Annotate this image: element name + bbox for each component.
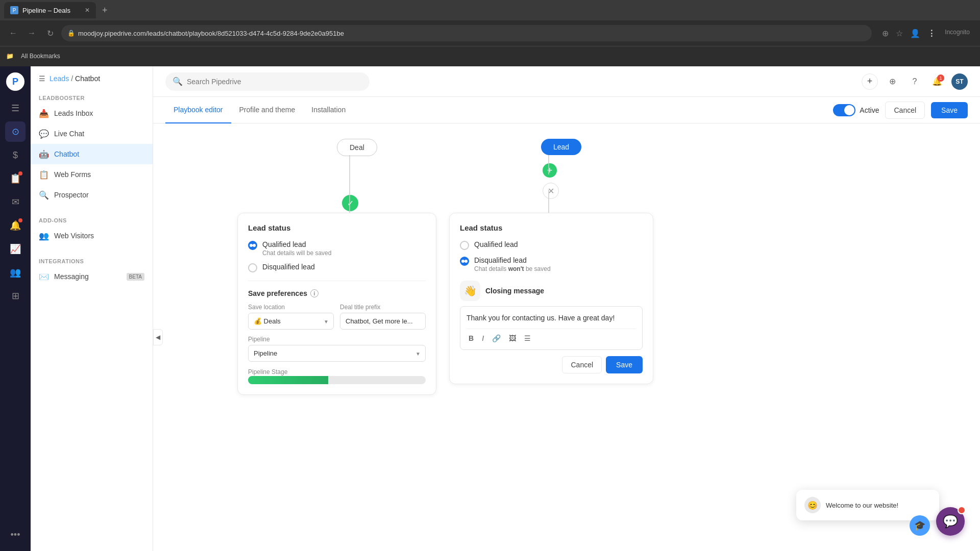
deal-node[interactable]: Deal: [337, 139, 377, 156]
qualified-radio-button[interactable]: [248, 241, 257, 250]
sidebar-item-messaging[interactable]: ✉️ Messaging BETA: [31, 266, 153, 287]
icon-sidebar: P ☰ ⊙ $ 📋 ✉ 🔔 📈 👥 ⊞ •••: [0, 66, 31, 551]
image-button[interactable]: 🖼: [507, 333, 518, 343]
sidebar-icon-home[interactable]: ⊙: [5, 121, 26, 142]
sidebar-item-live-chat[interactable]: 💬 Live Chat: [31, 123, 153, 144]
save-location-select[interactable]: 💰 Deals: [248, 313, 334, 330]
header-actions: + ⊕ ? 🔔 1 ST: [862, 73, 968, 90]
right-qualified-label: Qualified lead: [474, 240, 518, 248]
link-button[interactable]: 🔗: [490, 333, 503, 343]
lead-node[interactable]: Lead: [541, 139, 581, 155]
deal-node-box[interactable]: Deal: [337, 139, 377, 156]
nav-header: ☰ Leads / Chatbot: [31, 66, 153, 87]
sidebar-icon-notifications[interactable]: 🔔: [5, 215, 26, 236]
list-button[interactable]: ☰: [522, 333, 533, 343]
notifications-dot: [18, 218, 22, 222]
playbook-canvas[interactable]: ◀ Deal Lead + ✕ ✓: [153, 123, 980, 551]
notification-badge: 1: [937, 74, 944, 82]
address-bar[interactable]: 🔒 moodjoy.pipedrive.com/leads/chatbot/pl…: [61, 25, 872, 41]
sidebar-icon-contacts[interactable]: 👥: [5, 262, 26, 283]
extensions-header-button[interactable]: ⊕: [884, 73, 900, 90]
leadbooster-section-title: LEADBOOSTER: [31, 91, 153, 103]
notification-button[interactable]: 🔔 1: [929, 73, 945, 90]
add-button[interactable]: +: [862, 73, 878, 90]
lead-remove-button[interactable]: ✕: [543, 183, 559, 199]
active-toggle-label: Active: [860, 106, 879, 114]
tab-profile-theme[interactable]: Profile and theme: [231, 97, 304, 123]
back-button[interactable]: ←: [6, 26, 20, 40]
all-bookmarks-link[interactable]: All Bookmarks: [18, 51, 63, 62]
search-input[interactable]: [187, 78, 362, 86]
save-location-select-wrapper[interactable]: 💰 Deals: [248, 313, 334, 330]
leads-inbox-icon: 📥: [39, 108, 49, 118]
new-tab-button[interactable]: +: [98, 3, 112, 18]
chat-widget-button[interactable]: 💬: [936, 507, 965, 536]
profile-icon[interactable]: 👤: [908, 27, 922, 40]
sidebar-icon-more[interactable]: •••: [5, 524, 26, 545]
search-container[interactable]: 🔍: [165, 72, 370, 91]
sidebar-item-web-forms[interactable]: 📋 Web Forms: [31, 164, 153, 185]
sidebar-icon-grid[interactable]: ⊞: [5, 286, 26, 306]
sidebar-item-prospector[interactable]: 🔍 Prospector: [31, 185, 153, 205]
tab-installation[interactable]: Installation: [303, 97, 354, 123]
sidebar-item-chatbot[interactable]: 🤖 Chatbot: [31, 144, 153, 164]
bold-button[interactable]: B: [467, 333, 476, 343]
addons-section: ADD-ONS 👥 Web Visitors: [31, 209, 153, 250]
pipeline-stage-label: Pipeline Stage: [248, 368, 287, 375]
close-tab-button[interactable]: ✕: [85, 7, 90, 14]
tab-playbook-editor[interactable]: Playbook editor: [165, 97, 231, 123]
breadcrumb-leads-link[interactable]: Leads: [50, 74, 69, 83]
sidebar-item-leads-inbox[interactable]: 📥 Leads Inbox: [31, 103, 153, 123]
closing-save-button[interactable]: Save: [606, 356, 643, 373]
qualified-lead-option[interactable]: Qualified lead Chat details will be save…: [248, 240, 426, 257]
save-button[interactable]: Save: [931, 102, 968, 118]
active-tab[interactable]: P Pipeline – Deals ✕: [4, 2, 96, 18]
cancel-button[interactable]: Cancel: [885, 102, 925, 119]
sidebar-icon-deals[interactable]: $: [5, 145, 26, 165]
active-toggle[interactable]: [833, 104, 855, 116]
user-avatar[interactable]: ST: [951, 73, 968, 90]
left-status-card: Lead status Qualified lead Chat details …: [237, 213, 436, 395]
lead-node-box[interactable]: Lead: [541, 139, 581, 155]
tab-favicon: P: [10, 6, 18, 14]
bookmark-icon[interactable]: ☆: [894, 27, 905, 40]
menu-icon[interactable]: ⋮: [925, 27, 938, 40]
deal-title-input[interactable]: [340, 313, 426, 330]
disqualified-radio-button[interactable]: [248, 263, 257, 272]
right-qualified-option[interactable]: Qualified lead: [460, 240, 643, 250]
right-qualified-radio[interactable]: [460, 241, 469, 250]
leadbooster-section: LEADBOOSTER 📥 Leads Inbox 💬 Live Chat 🤖 …: [31, 87, 153, 209]
forward-button[interactable]: →: [24, 26, 39, 40]
right-disqualified-radio[interactable]: [460, 257, 469, 266]
sidebar-icon-insights[interactable]: 📈: [5, 239, 26, 259]
tabs-actions: Active Cancel Save: [833, 102, 968, 119]
collapse-panel-button[interactable]: ◀: [153, 329, 163, 345]
sidebar-icon-activities[interactable]: 📋: [5, 168, 26, 189]
chatbot-label: Chatbot: [54, 150, 79, 158]
sidebar-item-web-visitors[interactable]: 👥 Web Visitors: [31, 226, 153, 246]
help-button[interactable]: ?: [906, 73, 923, 90]
sidebar-icon-email[interactable]: ✉: [5, 192, 26, 212]
closing-message-card: 👋 Closing message Thank you for contacti…: [460, 281, 643, 373]
pipeline-select[interactable]: Pipeline: [248, 345, 426, 362]
right-disqualified-option[interactable]: Disqualified lead Chat details won't be …: [460, 256, 643, 272]
save-prefs-info-icon[interactable]: i: [310, 289, 318, 297]
incognito-label: Incognito: [941, 27, 974, 40]
app-logo[interactable]: P: [6, 72, 24, 91]
chat-widget-badge: [958, 506, 966, 514]
italic-button[interactable]: I: [480, 333, 486, 343]
disqualified-lead-label: Disqualified lead: [262, 263, 315, 271]
closing-cancel-button[interactable]: Cancel: [562, 356, 602, 373]
lead-add-button[interactable]: +: [543, 163, 557, 178]
pipeline-stage-bar[interactable]: [248, 376, 426, 384]
reload-button[interactable]: ↻: [43, 26, 57, 40]
sidebar-icon-menu[interactable]: ☰: [5, 98, 26, 118]
graduation-icon[interactable]: 🎓: [910, 515, 930, 536]
pipeline-select-wrapper[interactable]: Pipeline: [248, 345, 426, 362]
nav-collapse-button[interactable]: ☰: [39, 74, 45, 83]
closing-message-text[interactable]: Thank you for contacting us. Have a grea…: [467, 313, 636, 323]
canvas-area: ◀ Deal Lead + ✕ ✓: [153, 123, 980, 551]
disqualified-lead-option[interactable]: Disqualified lead: [248, 263, 426, 272]
extensions-icon[interactable]: ⊕: [880, 27, 891, 40]
pipeline-label: Pipeline: [248, 336, 426, 343]
